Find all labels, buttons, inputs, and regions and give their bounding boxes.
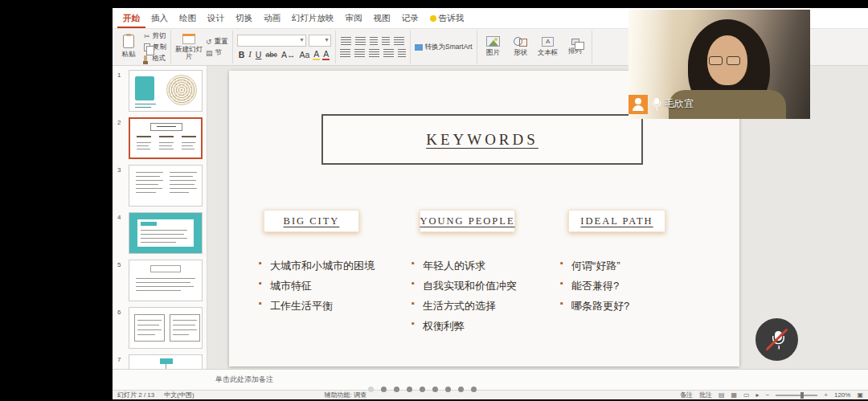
paste-button[interactable]: 粘贴 <box>117 31 141 63</box>
dot <box>394 387 399 392</box>
slideshow-icon[interactable]: ▸ <box>756 391 760 399</box>
tab-draw[interactable]: 绘图 <box>174 8 202 28</box>
character-spacing-button[interactable]: A↔ <box>280 50 297 59</box>
thumbnail-slide-4[interactable] <box>129 212 203 254</box>
zoom-slider[interactable] <box>776 395 817 396</box>
font-color-button[interactable]: A <box>322 49 330 60</box>
slides-group: 新建幻灯片 ↺重置 ▤节 <box>171 31 233 63</box>
align-center-button[interactable] <box>354 49 365 57</box>
change-case-button[interactable]: Aa <box>298 50 310 59</box>
bullets-button[interactable] <box>341 37 351 45</box>
reading-view-icon[interactable]: ▭ <box>743 391 750 399</box>
zoom-in-button[interactable]: + <box>824 391 828 399</box>
section-button[interactable]: ▤节 <box>206 48 228 58</box>
font-name-select[interactable] <box>237 35 306 47</box>
justify-button[interactable] <box>383 49 394 57</box>
smartart-icon <box>415 44 423 51</box>
font-group: B I U abc A↔ Aa A A <box>233 31 336 63</box>
thumbnail-slide-5[interactable] <box>129 260 203 301</box>
copy-button[interactable]: 复制 <box>144 43 166 52</box>
slide-title-box[interactable]: KEYWORDS <box>321 114 643 165</box>
person-icon <box>635 98 641 104</box>
bullet-item: 哪条路更好? <box>560 299 701 313</box>
notes-toggle[interactable]: 备注 <box>680 391 693 399</box>
bullet-item: 生活方式的选择 <box>411 299 560 313</box>
slide-title: KEYWORDS <box>426 131 538 149</box>
shapes-button[interactable]: 形状 <box>509 36 533 58</box>
tab-transitions[interactable]: 切换 <box>230 8 258 28</box>
normal-view-icon[interactable]: ▤ <box>719 391 725 399</box>
fit-to-window-icon[interactable]: ▣ <box>857 391 863 399</box>
comments-toggle[interactable]: 批注 <box>699 391 712 399</box>
font-size-select[interactable] <box>309 35 331 47</box>
thumbnail-slide-2-selected[interactable] <box>129 117 203 159</box>
webcam-feed: 毛欣宜 <box>628 10 810 119</box>
status-bar: 幻灯片 2 / 13 中文(中国) 辅助功能: 调查 备注 批注 ▤ ▦ ▭ ▸… <box>113 390 868 399</box>
strikethrough-button[interactable]: abc <box>264 51 278 59</box>
bullet-list-big-city[interactable]: 大城市和小城市的困境 城市特征 工作生活平衡 <box>259 259 407 319</box>
keyword-box-big-city[interactable]: BIG CITY <box>264 210 359 232</box>
scissors-icon: ✂ <box>144 32 150 40</box>
thumbnail-slide-6[interactable] <box>129 307 203 349</box>
bullet-item: 城市特征 <box>259 279 407 293</box>
tab-design[interactable]: 设计 <box>202 8 230 28</box>
tab-slideshow[interactable]: 幻灯片放映 <box>286 8 340 28</box>
language-indicator[interactable]: 中文(中国) <box>164 391 194 399</box>
keyword-box-ideal-path[interactable]: IDEAL PATH <box>568 210 665 232</box>
keyword-box-young-people[interactable]: YOUNG PEOPLE <box>420 210 515 232</box>
zoom-level[interactable]: 120% <box>834 391 850 399</box>
cut-button[interactable]: ✂剪切 <box>144 31 166 41</box>
mute-button[interactable] <box>755 318 798 361</box>
convert-to-smartart-button[interactable]: 转换为SmartArt <box>415 43 473 52</box>
thumbnail-slide-7[interactable] <box>129 354 203 369</box>
line-spacing-button[interactable] <box>394 37 404 45</box>
slide-sorter-icon[interactable]: ▦ <box>731 391 737 399</box>
thumb-number: 2 <box>117 119 121 126</box>
decrease-indent-button[interactable] <box>370 37 378 45</box>
italic-button[interactable]: I <box>248 50 252 59</box>
zoom-slider-thumb[interactable] <box>800 392 804 399</box>
participant-nametag: 毛欣宜 <box>653 97 694 111</box>
highlight-color-button[interactable]: A <box>313 49 320 60</box>
bullet-item: 工作生活平衡 <box>259 299 407 313</box>
thumb-number: 3 <box>117 166 121 174</box>
bullet-list-young-people[interactable]: 年轻人的诉求 自我实现和价值冲突 生活方式的选择 权衡利弊 <box>411 259 560 339</box>
underline-button[interactable]: U <box>255 50 263 59</box>
new-slide-button[interactable]: 新建幻灯片 <box>175 31 203 63</box>
bullet-item: 权衡利弊 <box>411 319 560 333</box>
participant-name: 毛欣宜 <box>665 97 694 111</box>
picture-button[interactable]: 图片 <box>481 36 506 58</box>
dot <box>432 387 438 392</box>
increase-indent-button[interactable] <box>382 37 390 45</box>
dot <box>445 387 451 392</box>
arrange-button[interactable]: 排列 <box>563 39 588 56</box>
paragraph-group <box>336 31 411 63</box>
bullet-list-ideal-path[interactable]: 何谓“好路” 能否兼得? 哪条路更好? <box>560 259 701 319</box>
tab-review[interactable]: 审阅 <box>340 8 368 28</box>
tell-me-button[interactable]: 告诉我 <box>424 13 470 24</box>
tab-animations[interactable]: 动画 <box>258 8 286 28</box>
thumbnail-slide-3[interactable] <box>129 165 203 207</box>
notes-panel[interactable]: 单击此处添加备注 <box>113 369 868 390</box>
shapes-icon <box>514 36 527 47</box>
tab-view[interactable]: 视图 <box>368 8 396 28</box>
dot <box>420 387 425 392</box>
columns-button[interactable] <box>398 49 406 57</box>
lightbulb-icon <box>430 15 436 22</box>
tab-insert[interactable]: 插入 <box>145 8 174 28</box>
thumbnail-slide-1[interactable] <box>129 70 203 112</box>
section-icon: ▤ <box>206 49 213 57</box>
bold-button[interactable]: B <box>238 50 246 59</box>
align-right-button[interactable] <box>369 49 379 57</box>
numbering-button[interactable] <box>355 37 366 45</box>
accessibility-status[interactable]: 辅助功能: 调查 <box>325 391 366 399</box>
thumb-number: 6 <box>117 309 121 316</box>
zoom-out-button[interactable]: − <box>766 391 770 399</box>
tab-home[interactable]: 开始 <box>117 8 145 28</box>
clipboard-group: 粘贴 ✂剪切 复制 格式 <box>113 31 171 63</box>
align-left-button[interactable] <box>340 49 350 57</box>
tab-record[interactable]: 记录 <box>396 8 424 28</box>
paste-label: 粘贴 <box>122 50 136 59</box>
reset-button[interactable]: ↺重置 <box>206 37 228 47</box>
textbox-button[interactable]: 文本框 <box>536 37 560 58</box>
